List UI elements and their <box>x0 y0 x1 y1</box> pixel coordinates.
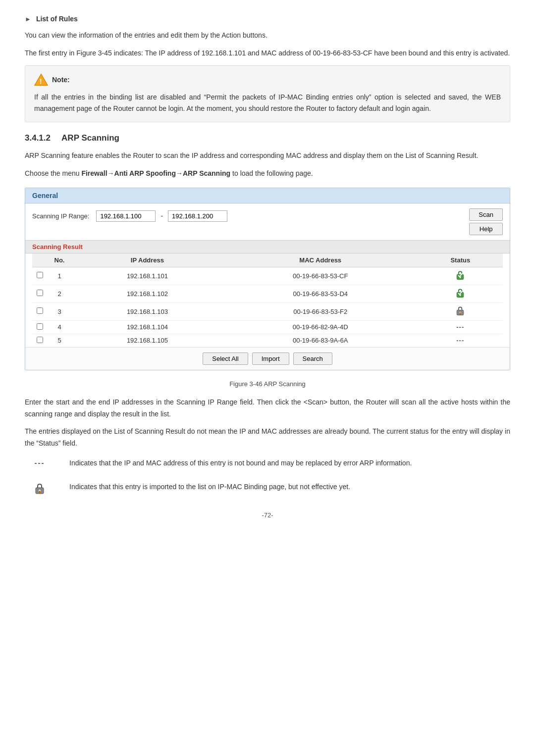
scanning-result-header: Scanning Result <box>25 240 510 253</box>
row-status: --- <box>418 320 503 334</box>
dashes-icon: --- <box>25 457 54 467</box>
desc-item-dashes: --- Indicates that the IP and MAC addres… <box>25 457 510 469</box>
menu-path-prefix: Choose the menu <box>25 169 81 177</box>
row-checkbox-cell[interactable] <box>32 302 47 320</box>
general-panel-body: Scanning IP Range: - Scan Help Scanning … <box>25 203 510 347</box>
section-heading: 3.4.1.2 ARP Scanning <box>25 133 510 143</box>
desc-para-2: The entries displayed on the List of Sca… <box>25 426 510 450</box>
ip-range-group: Scanning IP Range: - <box>32 210 227 222</box>
list-of-rules-header: ► List of Rules <box>25 15 510 23</box>
page-number: -72- <box>25 511 510 519</box>
row-mac: 00-19-66-82-9A-4D <box>223 320 418 334</box>
col-status: Status <box>418 253 503 267</box>
col-checkbox <box>32 253 47 267</box>
row-checkbox[interactable] <box>37 323 43 330</box>
row-ip: 192.168.1.104 <box>72 320 223 334</box>
search-button[interactable]: Search <box>293 353 332 365</box>
row-checkbox[interactable] <box>37 272 43 278</box>
row-no: 5 <box>47 334 72 347</box>
section-title: ARP Scanning <box>61 133 119 143</box>
row-status: --- <box>418 334 503 347</box>
scan-help-buttons: Scan Help <box>469 208 503 235</box>
table-row: 4 192.168.1.104 00-19-66-82-9A-4D --- <box>32 320 503 334</box>
general-panel: General Scanning IP Range: - Scan Help S… <box>25 188 510 370</box>
ip-range-row: Scanning IP Range: - Scan Help <box>32 208 503 235</box>
row-status <box>418 267 503 285</box>
row-ip: 192.168.1.102 <box>72 285 223 302</box>
menu-path-bold: Firewall→Anti ARP Spoofing→ARP Scanning <box>81 169 230 177</box>
row-checkbox-cell[interactable] <box>32 334 47 347</box>
section-para-1: ARP Scanning feature enables the Router … <box>25 150 510 162</box>
scan-button[interactable]: Scan <box>469 208 503 221</box>
note-label: Note: <box>52 76 70 84</box>
ip-range-label: Scanning IP Range: <box>32 212 89 220</box>
row-no: 2 <box>47 285 72 302</box>
warning-icon: ! <box>34 73 48 87</box>
panel-footer: Select All Import Search <box>25 347 510 370</box>
bound-active-icon <box>455 288 466 299</box>
bound-active-icon <box>455 270 466 281</box>
svg-rect-15 <box>39 491 40 494</box>
col-ip: IP Address <box>72 253 223 267</box>
figure-caption: Figure 3-46 ARP Scanning <box>25 380 510 388</box>
row-mac: 00-19-66-83-53-F2 <box>223 302 418 320</box>
col-mac: MAC Address <box>223 253 418 267</box>
arrow-icon: ► <box>25 15 31 23</box>
imported-icon <box>25 481 54 497</box>
note-header: ! Note: <box>34 73 501 87</box>
help-button[interactable]: Help <box>469 223 503 235</box>
row-status <box>418 285 503 302</box>
desc-list: --- Indicates that the IP and MAC addres… <box>25 457 510 497</box>
row-mac: 00-19-66-83-9A-6A <box>223 334 418 347</box>
ip-start-input[interactable] <box>96 210 156 222</box>
row-status <box>418 302 503 320</box>
imported-status-icon <box>34 482 46 495</box>
desc-text-imported: Indicates that this entry is imported to… <box>69 481 510 493</box>
svg-rect-7 <box>460 295 461 296</box>
row-mac: 00-19-66-83-53-D4 <box>223 285 418 302</box>
row-ip: 192.168.1.101 <box>72 267 223 285</box>
scan-table: No. IP Address MAC Address Status 1 192.… <box>32 253 503 347</box>
row-checkbox[interactable] <box>37 307 43 314</box>
row-no: 4 <box>47 320 72 334</box>
note-box: ! Note: If all the entries in the bindin… <box>25 65 510 123</box>
row-checkbox-cell[interactable] <box>32 320 47 334</box>
row-checkbox-cell[interactable] <box>32 267 47 285</box>
import-button[interactable]: Import <box>252 353 289 365</box>
svg-rect-4 <box>460 277 461 278</box>
desc-para-1: Enter the start and the end IP addresses… <box>25 397 510 420</box>
ip-end-input[interactable] <box>168 210 227 222</box>
svg-rect-11 <box>460 312 461 314</box>
ip-dash: - <box>160 212 163 220</box>
table-row: 5 192.168.1.105 00-19-66-83-9A-6A --- <box>32 334 503 347</box>
menu-path-suffix: to load the following page. <box>230 169 313 177</box>
table-header-row: No. IP Address MAC Address Status <box>32 253 503 267</box>
menu-path: Choose the menu Firewall→Anti ARP Spoofi… <box>25 168 510 180</box>
table-row: 3 192.168.1.103 00-19-66-83-53-F2 <box>32 302 503 320</box>
table-row: 1 192.168.1.101 00-19-66-83-53-CF <box>32 267 503 285</box>
row-checkbox[interactable] <box>37 290 43 296</box>
paragraph-2: The first entry in Figure 3-45 indicates… <box>25 48 510 59</box>
note-text: If all the entries in the binding list a… <box>34 92 501 115</box>
desc-text-dashes: Indicates that the IP and MAC address of… <box>69 457 510 469</box>
row-no: 1 <box>47 267 72 285</box>
table-row: 2 192.168.1.102 00-19-66-83-53-D4 <box>32 285 503 302</box>
desc-item-imported: Indicates that this entry is imported to… <box>25 481 510 497</box>
paragraph-1: You can view the information of the entr… <box>25 30 510 42</box>
row-ip: 192.168.1.103 <box>72 302 223 320</box>
row-mac: 00-19-66-83-53-CF <box>223 267 418 285</box>
col-no: No. <box>47 253 72 267</box>
row-checkbox-cell[interactable] <box>32 285 47 302</box>
row-ip: 192.168.1.105 <box>72 334 223 347</box>
select-all-button[interactable]: Select All <box>203 353 248 365</box>
row-no: 3 <box>47 302 72 320</box>
list-of-rules-title: List of Rules <box>36 15 78 23</box>
imported-row-icon <box>455 305 466 316</box>
svg-text:!: ! <box>40 77 42 85</box>
general-panel-header: General <box>25 188 510 203</box>
section-number: 3.4.1.2 <box>25 133 51 143</box>
row-checkbox[interactable] <box>37 337 43 343</box>
